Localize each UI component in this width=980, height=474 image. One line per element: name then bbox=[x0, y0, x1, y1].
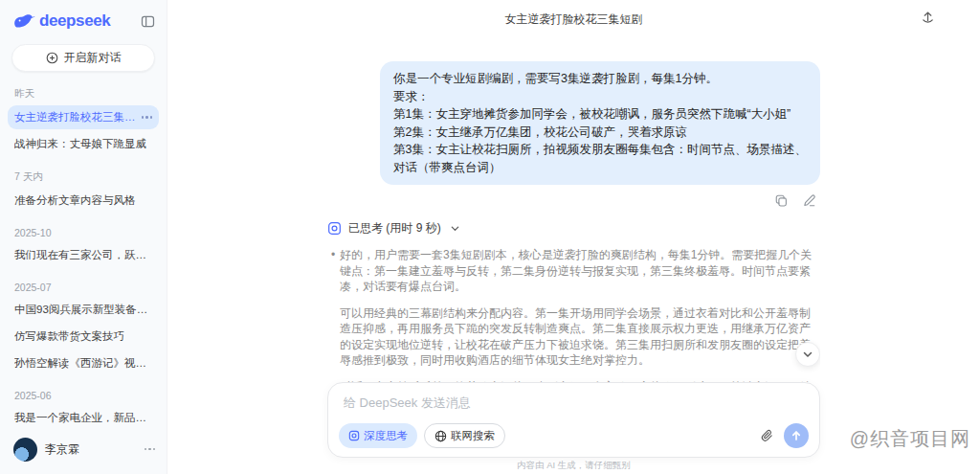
history-item-label: 我是一个家电企业，新品牌，请... bbox=[14, 411, 152, 425]
whale-logo-icon bbox=[13, 13, 35, 30]
user-message-text: 你是一个专业短剧编剧，需要写3集逆袭打脸剧，每集1分钟。要求：第1集：女主穿地摊… bbox=[393, 70, 807, 176]
history-section-label: 2025-07 bbox=[8, 270, 159, 298]
sidebar-toggle-icon[interactable] bbox=[141, 14, 155, 29]
web-search-toggle[interactable]: 联网搜索 bbox=[424, 423, 505, 448]
main-panel: 女主逆袭打脸校花三集短剧 你是一个专业短剧编剧，需要写3集逆袭打脸剧，每集1分钟… bbox=[167, 0, 980, 474]
thinking-toggle[interactable]: 已思考 (用时 9 秒) bbox=[327, 220, 820, 237]
user-message-bubble: 你是一个专业短剧编剧，需要写3集逆袭打脸剧，每集1分钟。要求：第1集：女主穿地摊… bbox=[380, 61, 820, 185]
send-button[interactable] bbox=[784, 423, 809, 448]
plus-circle-icon bbox=[46, 52, 58, 64]
new-chat-button[interactable]: 开启新对话 bbox=[11, 44, 155, 72]
history-item[interactable]: 战神归来：丈母娘下跪显威 bbox=[8, 132, 159, 156]
composer: 深度思考 联网搜索 bbox=[327, 382, 820, 458]
history-item[interactable]: 中国93阅兵展示新型装备震撼全球 bbox=[8, 298, 159, 322]
history-section-label: 7 天内 bbox=[8, 159, 159, 189]
user-message-line: 第2集：女主继承万亿集团，校花公司破产，哭着求原谅 bbox=[393, 124, 807, 142]
history-item-label: 女主逆袭打脸校花三集短剧 bbox=[14, 110, 138, 124]
logo-wordmark: deepseek bbox=[39, 11, 110, 31]
thinking-content: •好的，用户需要一套3集短剧剧本，核心是逆袭打脸的爽剧结构，每集1分钟。需要把握… bbox=[327, 247, 820, 382]
history-item[interactable]: 孙悟空解读《西游记》视角独特 bbox=[8, 351, 159, 375]
history-item-label: 孙悟空解读《西游记》视角独特 bbox=[14, 356, 152, 371]
history-item-label: 仿写爆款带货文案技巧 bbox=[14, 329, 124, 344]
user-message-line: 要求： bbox=[393, 88, 807, 106]
deepseek-logo: deepseek bbox=[13, 11, 110, 31]
history-item[interactable]: 准备分析文章内容与风格 bbox=[8, 189, 159, 213]
copy-icon[interactable] bbox=[774, 193, 789, 208]
web-search-label: 联网搜索 bbox=[451, 429, 495, 443]
ai-disclaimer: 内容由 AI 生成，请仔细甄别 bbox=[517, 458, 631, 474]
chat-history-list: 昨天女主逆袭打脸校花三集短剧战神归来：丈母娘下跪显威7 天内准备分析文章内容与风… bbox=[0, 74, 167, 430]
scroll-to-bottom-button[interactable] bbox=[795, 342, 820, 367]
history-item[interactable]: 我们现在有三家公司，跃东 春晖 ... bbox=[8, 243, 159, 267]
profile-row[interactable]: 李京霖 bbox=[0, 430, 167, 474]
deep-think-label: 深度思考 bbox=[364, 429, 408, 443]
user-message: 你是一个专业短剧编剧，需要写3集逆袭打脸剧，每集1分钟。要求：第1集：女主穿地摊… bbox=[327, 61, 820, 208]
share-icon[interactable] bbox=[920, 11, 936, 27]
deepthink-status-icon bbox=[327, 221, 342, 236]
history-item[interactable]: 我是一个家电企业，新品牌，请... bbox=[8, 406, 159, 430]
history-item[interactable]: 仿写爆款带货文案技巧 bbox=[8, 325, 159, 349]
new-chat-label: 开启新对话 bbox=[64, 50, 122, 66]
history-item-label: 准备分析文章内容与风格 bbox=[14, 193, 136, 208]
message-input[interactable] bbox=[328, 383, 819, 418]
composer-right-actions bbox=[760, 423, 809, 448]
history-section-label: 2025-06 bbox=[8, 378, 159, 406]
user-message-line: 第1集：女主穿地摊货参加同学会，被校花嘲讽，服务员突然下跪喊“大小姐” bbox=[393, 105, 807, 124]
thinking-paragraph: •好的，用户需要一套3集短剧剧本，核心是逆袭打脸的爽剧结构，每集1分钟。需要把握… bbox=[340, 247, 820, 295]
sidebar-header: deepseek bbox=[0, 0, 167, 36]
thinking-header-label: 已思考 (用时 9 秒) bbox=[348, 220, 441, 237]
user-message-line: 第3集：女主让校花扫厕所，拍视频发朋友圈每集包含：时间节点、场景描述、对话（带爽… bbox=[393, 141, 807, 176]
arrow-up-icon bbox=[791, 430, 802, 441]
profile-name: 李京霖 bbox=[45, 441, 133, 458]
globe-icon bbox=[434, 430, 447, 442]
deep-think-toggle[interactable]: 深度思考 bbox=[339, 423, 417, 448]
deepthink-icon bbox=[348, 430, 360, 441]
paperclip-icon[interactable] bbox=[760, 429, 774, 443]
history-item-label: 我们现在有三家公司，跃东 春晖 ... bbox=[14, 248, 152, 262]
more-icon[interactable] bbox=[142, 116, 153, 119]
topbar: 女主逆袭打脸校花三集短剧 bbox=[167, 0, 980, 38]
message-actions bbox=[774, 193, 820, 208]
history-item[interactable]: 女主逆袭打脸校花三集短剧 bbox=[8, 105, 159, 129]
history-item-label: 中国93阅兵展示新型装备震撼全球 bbox=[14, 303, 152, 317]
history-item-label: 战神归来：丈母娘下跪显威 bbox=[14, 137, 146, 151]
chat-area: 你是一个专业短剧编剧，需要写3集逆袭打脸剧，每集1分钟。要求：第1集：女主穿地摊… bbox=[327, 38, 820, 382]
conversation-title: 女主逆袭打脸校花三集短剧 bbox=[505, 11, 643, 28]
bullet-marker: • bbox=[331, 247, 335, 263]
profile-more-icon[interactable] bbox=[145, 448, 156, 451]
history-section-label: 昨天 bbox=[8, 76, 159, 105]
chevron-down-icon bbox=[450, 223, 460, 234]
composer-toolbar: 深度思考 联网搜索 bbox=[339, 423, 809, 448]
avatar bbox=[13, 438, 37, 462]
sidebar: deepseek 开启新对话 昨天女主逆袭打脸校花三集短剧战神归来：丈母娘下跪显… bbox=[0, 0, 167, 474]
thinking-paragraph: 可以用经典的三幕剧结构来分配内容。第一集开场用同学会场景，通过衣着对比和公开羞辱… bbox=[340, 305, 820, 369]
user-message-line: 你是一个专业短剧编剧，需要写3集逆袭打脸剧，每集1分钟。 bbox=[393, 70, 807, 88]
history-section-label: 2025-10 bbox=[8, 215, 159, 243]
edit-icon[interactable] bbox=[802, 193, 816, 208]
app-window: deepseek 开启新对话 昨天女主逆袭打脸校花三集短剧战神归来：丈母娘下跪显… bbox=[0, 0, 980, 474]
